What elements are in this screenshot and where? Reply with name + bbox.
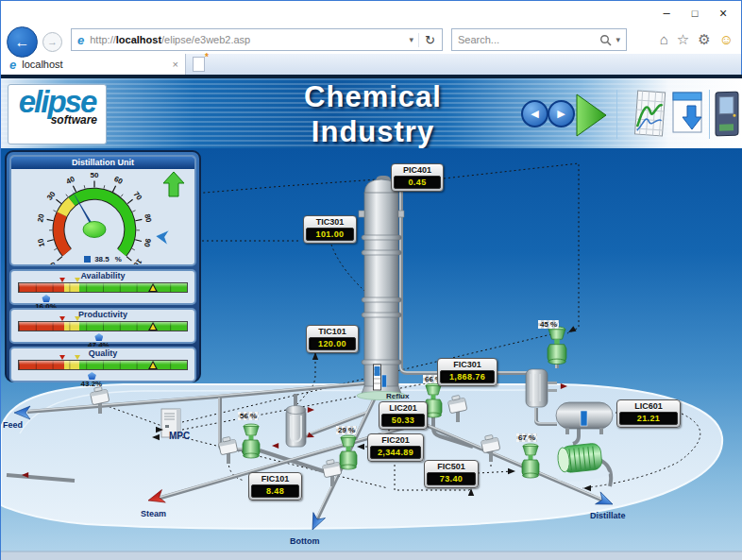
browser-toolbar: ← → e http://localhost/elipse/e3web2.asp…	[1, 25, 741, 54]
page-title: Chemical Industry	[207, 79, 539, 149]
reflux-label: Reflux	[386, 392, 409, 400]
svg-text:80: 80	[143, 213, 153, 224]
exit-door-button[interactable]	[714, 89, 742, 140]
divider	[616, 90, 617, 139]
svg-text:90: 90	[143, 238, 153, 248]
search-input[interactable]: Search... ▾	[451, 28, 627, 51]
display-fic201[interactable]: FIC2012,344.89	[367, 433, 424, 462]
window-titlebar: – □ ×	[1, 1, 741, 25]
url-scheme: http://	[90, 34, 116, 45]
valve-67-label: 67 %	[516, 433, 537, 442]
left-arrow-icon: ◀	[531, 108, 538, 119]
back-button[interactable]: ←	[7, 26, 38, 58]
availability-bar: 16.0%	[18, 282, 188, 293]
settings-gear-icon[interactable]: ⚙	[698, 31, 710, 48]
refresh-icon[interactable]: ↻	[418, 33, 438, 47]
feedback-smiley-icon[interactable]: ☺	[719, 31, 734, 48]
feed-label: Feed	[3, 420, 23, 430]
search-dropdown-icon[interactable]: ▾	[612, 35, 620, 44]
valve-45-label: 45 %	[538, 320, 559, 329]
value-pointer[interactable]	[94, 333, 103, 341]
tab-bar: e localhost × *	[1, 54, 741, 75]
steam-label: Steam	[141, 509, 166, 518]
display-lic601[interactable]: LIC60121.21	[616, 399, 681, 428]
legend-swatch	[84, 256, 91, 263]
svg-text:20: 20	[36, 212, 46, 223]
distillation-gauge: Distillation Unit 0102030405060708090100	[9, 155, 196, 266]
forward-arrow-icon: →	[47, 36, 58, 47]
display-fic301[interactable]: FIC3011,868.76	[437, 358, 497, 386]
value-pointer[interactable]	[88, 372, 96, 380]
maximize-button[interactable]: □	[681, 4, 709, 23]
mpc-label: MPC	[169, 431, 190, 441]
search-icon[interactable]	[599, 34, 612, 46]
valve-29	[340, 435, 357, 469]
tab-localhost[interactable]: e localhost ×	[1, 54, 186, 75]
value-pointer[interactable]	[42, 295, 50, 302]
display-fic101[interactable]: FIC1018.48	[248, 472, 302, 501]
alarm-triangle-icon	[148, 322, 158, 331]
tab-title: localhost	[22, 59, 62, 70]
display-tic101[interactable]: TIC101120.00	[306, 325, 359, 353]
gauge-setpoint-marker[interactable]	[155, 229, 170, 245]
url-host: localhost	[116, 34, 161, 45]
previous-screen-button[interactable]: ◀	[521, 100, 548, 127]
page-banner: elipse software Chemical Industry ◀ ▶	[1, 75, 742, 148]
url-path: /elipse/e3web2.asp	[161, 34, 250, 45]
svg-text:10: 10	[36, 237, 46, 247]
back-arrow-icon: ←	[15, 34, 30, 50]
svg-text:50: 50	[91, 171, 99, 179]
trend-up-arrow-icon	[163, 172, 184, 196]
svg-text:40: 40	[65, 175, 76, 186]
quality-bar: 43.2%	[18, 360, 188, 370]
play-arrow-icon[interactable]	[575, 93, 609, 138]
display-lic201[interactable]: LIC20150.33	[379, 401, 428, 430]
new-tab-button[interactable]: *	[193, 57, 205, 72]
bar-availability: Availability 16.0%	[9, 269, 196, 305]
svg-text:70: 70	[131, 190, 143, 202]
alarm-triangle-icon	[148, 361, 158, 369]
gauge-legend: 38.5%	[11, 255, 194, 263]
kpi-panel: Distillation Unit 0102030405060708090100	[5, 150, 201, 382]
address-dropdown-icon[interactable]: ▾	[405, 35, 419, 44]
minimize-button[interactable]: –	[652, 4, 681, 23]
display-tic301[interactable]: TIC301101.00	[303, 215, 357, 244]
tab-close-icon[interactable]: ×	[173, 59, 178, 70]
gauge-hub	[83, 222, 106, 238]
home-icon[interactable]: ⌂	[660, 31, 668, 48]
svg-text:30: 30	[45, 190, 58, 202]
tab-favicon: e	[9, 58, 16, 72]
distillation-column	[357, 179, 406, 400]
divider	[709, 90, 710, 139]
next-screen-button[interactable]: ▶	[548, 100, 575, 127]
search-placeholder: Search...	[458, 34, 499, 45]
warn-limit-marker	[75, 355, 80, 360]
drum-level-indicator	[581, 411, 587, 426]
bar-productivity: Productivity 47.4%	[9, 308, 196, 344]
favorites-star-icon[interactable]: ☆	[677, 31, 689, 48]
distillate-label: Distillate	[590, 511, 626, 520]
low-limit-marker	[59, 355, 65, 360]
valve-56	[243, 424, 260, 458]
valve-56-label: 56 %	[238, 412, 259, 420]
alarm-triangle-icon	[148, 283, 158, 292]
low-limit-marker	[59, 278, 65, 282]
warn-limit-marker	[75, 316, 80, 321]
low-limit-marker	[59, 316, 65, 321]
bottom-label: Bottom	[290, 536, 320, 546]
right-arrow-icon: ▶	[557, 108, 565, 119]
valve-45	[548, 327, 566, 365]
display-pic401[interactable]: PIC4010.45	[391, 163, 444, 192]
new-tab-star-icon: *	[205, 52, 209, 62]
valve-29-label: 29 %	[336, 426, 357, 434]
trend-chart-button[interactable]	[632, 88, 669, 141]
productivity-bar: 47.4%	[18, 321, 188, 331]
close-button[interactable]: ×	[709, 4, 737, 23]
address-bar[interactable]: e http://localhost/elipse/e3web2.asp ▾ ↻	[71, 28, 443, 51]
browser-window: – □ × ← → e http://localhost/elipse/e3we…	[0, 0, 742, 560]
elipse-logo: elipse software	[8, 84, 107, 144]
display-fic501[interactable]: FIC50173.40	[424, 460, 479, 488]
gauge-ticks: 0102030405060708090100	[36, 171, 153, 266]
forward-button[interactable]: →	[42, 32, 62, 52]
report-window-button[interactable]	[671, 91, 707, 138]
